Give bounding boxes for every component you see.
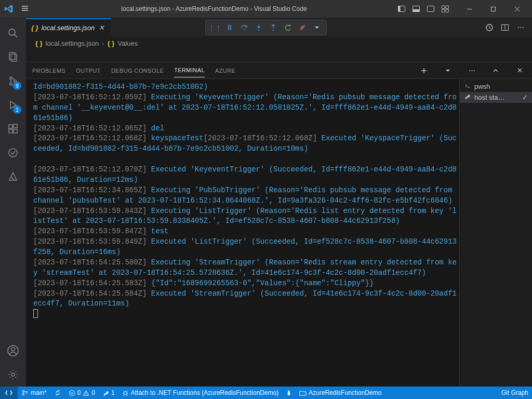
- title-bar: local.settings.json - AzureRedisFunction…: [0, 0, 532, 18]
- more-actions-icon[interactable]: ⋯: [513, 20, 528, 35]
- layout-panel-icon[interactable]: [409, 2, 423, 16]
- activity-search[interactable]: [1, 21, 25, 45]
- debug-step-over-button[interactable]: [237, 20, 251, 35]
- layout-sidebar-right-icon[interactable]: [424, 2, 437, 16]
- svg-rect-1: [398, 6, 401, 12]
- debug-more-dropdown[interactable]: [310, 20, 324, 35]
- debug-restart-button[interactable]: [281, 20, 295, 35]
- svg-rect-14: [9, 52, 15, 60]
- debug-toolbar: ⋮⋮: [205, 20, 327, 35]
- window-maximize-button[interactable]: [481, 0, 505, 18]
- branch-name: main*: [31, 389, 47, 396]
- svg-rect-9: [491, 7, 495, 11]
- debug-badge: 1: [13, 105, 21, 114]
- terminal-instance-host[interactable]: host sta… ✓: [460, 92, 532, 103]
- activity-bar: 9 1: [0, 18, 26, 387]
- svg-rect-22: [14, 129, 17, 133]
- panel-tab-debug[interactable]: DEBUG CONSOLE: [111, 64, 164, 77]
- debug-step-out-button[interactable]: [266, 20, 281, 35]
- status-git-graph[interactable]: Git Graph: [498, 387, 532, 399]
- svg-rect-8: [446, 9, 449, 12]
- drag-grip-icon[interactable]: ⋮⋮: [208, 20, 222, 35]
- editor-area[interactable]: [26, 50, 532, 62]
- new-terminal-button[interactable]: [418, 64, 430, 77]
- svg-rect-15: [11, 54, 17, 61]
- debug-target-label: Attach to .NET Functions (AzureRedisFunc…: [131, 389, 279, 396]
- terminal-instance-pwsh[interactable]: pwsh: [460, 81, 532, 92]
- status-branch[interactable]: main*: [18, 387, 50, 399]
- activity-scm[interactable]: 9: [1, 69, 25, 93]
- tab-close-button[interactable]: ✕: [98, 24, 105, 32]
- terminal-shell-icon: [464, 82, 471, 91]
- svg-rect-7: [442, 9, 445, 12]
- svg-rect-20: [9, 125, 12, 128]
- panel-tab-output[interactable]: OUTPUT: [76, 64, 101, 77]
- activity-account[interactable]: [1, 339, 25, 363]
- tab-local-settings[interactable]: { } local.settings.json ✕: [26, 18, 111, 36]
- window-minimize-button[interactable]: [457, 0, 481, 18]
- panel-tab-azure[interactable]: AZURE: [215, 64, 235, 77]
- svg-point-24: [9, 149, 17, 157]
- activity-settings[interactable]: [1, 363, 25, 387]
- breadcrumb-node: Values: [117, 39, 138, 47]
- split-editor-icon[interactable]: [498, 20, 512, 35]
- panel-tab-terminal[interactable]: TERMINAL: [174, 63, 205, 77]
- activity-debug[interactable]: 1: [1, 93, 25, 117]
- json-file-icon: { }: [31, 24, 38, 32]
- activity-extensions[interactable]: [1, 117, 25, 141]
- status-sync[interactable]: [50, 387, 65, 399]
- activity-explorer[interactable]: [1, 45, 25, 69]
- debug-pause-button[interactable]: [222, 20, 237, 35]
- terminal-sidebar: pwsh host sta… ✓: [459, 79, 532, 387]
- project-label: AzureRedisFunctionDemo: [309, 389, 381, 396]
- status-project[interactable]: AzureRedisFunctionDemo: [296, 387, 385, 399]
- wrench-icon: [464, 93, 471, 102]
- chevron-right-icon: ›: [102, 39, 104, 47]
- status-live[interactable]: [282, 387, 296, 399]
- panel-close-button[interactable]: ✕: [513, 64, 526, 77]
- git-graph-label: Git Graph: [501, 389, 528, 396]
- check-icon: ✓: [522, 94, 528, 101]
- window-close-button[interactable]: [505, 0, 529, 18]
- svg-point-11: [258, 30, 260, 31]
- warning-count: 0: [91, 389, 95, 396]
- terminal-dropdown-button[interactable]: [442, 64, 454, 77]
- svg-rect-23: [14, 124, 17, 128]
- layout-sidebar-left-icon[interactable]: [395, 2, 408, 16]
- panel-tab-problems[interactable]: PROBLEMS: [32, 64, 65, 77]
- breadcrumb-file: local.settings.json: [46, 39, 99, 47]
- svg-point-25: [11, 348, 15, 351]
- svg-rect-6: [446, 6, 449, 9]
- terminal-instance-label: pwsh: [474, 83, 490, 90]
- activity-test[interactable]: [1, 141, 25, 165]
- status-debug-target[interactable]: Attach to .NET Functions (AzureRedisFunc…: [118, 387, 283, 399]
- remote-indicator[interactable]: [0, 387, 18, 399]
- panel-tabs: PROBLEMS OUTPUT DEBUG CONSOLE TERMINAL A…: [26, 62, 532, 79]
- panel-maximize-button[interactable]: [489, 64, 502, 77]
- activity-azure[interactable]: [1, 165, 25, 189]
- layout-customize-icon[interactable]: [438, 2, 452, 16]
- json-file-icon: { }: [35, 39, 43, 47]
- vscode-logo-icon: [4, 4, 14, 14]
- terminal-output[interactable]: Id=bd901882-f315-4d44-b87b-7e9c2cb51002)…: [26, 79, 459, 387]
- svg-rect-5: [442, 6, 445, 9]
- svg-point-27: [11, 373, 15, 376]
- svg-point-30: [22, 390, 24, 392]
- debug-disconnect-button[interactable]: [295, 20, 310, 35]
- history-icon[interactable]: [482, 20, 497, 35]
- svg-rect-21: [9, 129, 12, 133]
- tab-label: local.settings.json: [42, 24, 95, 32]
- breadcrumb[interactable]: { } local.settings.json › { } Values: [26, 37, 532, 50]
- svg-point-31: [22, 393, 24, 395]
- panel: PROBLEMS OUTPUT DEBUG CONSOLE TERMINAL A…: [26, 62, 532, 387]
- svg-point-13: [9, 29, 15, 35]
- status-ports[interactable]: 1: [99, 387, 118, 399]
- error-count: 0: [77, 389, 81, 396]
- panel-more-button[interactable]: ⋯: [466, 64, 478, 77]
- debug-step-into-button[interactable]: [251, 20, 266, 35]
- menu-button[interactable]: [17, 2, 33, 16]
- status-bar: main* 0 0 1 Attach to .NET Functions (Az…: [0, 387, 532, 399]
- svg-point-34: [124, 391, 127, 394]
- svg-point-10: [244, 29, 245, 31]
- status-problems[interactable]: 0 0: [65, 387, 99, 399]
